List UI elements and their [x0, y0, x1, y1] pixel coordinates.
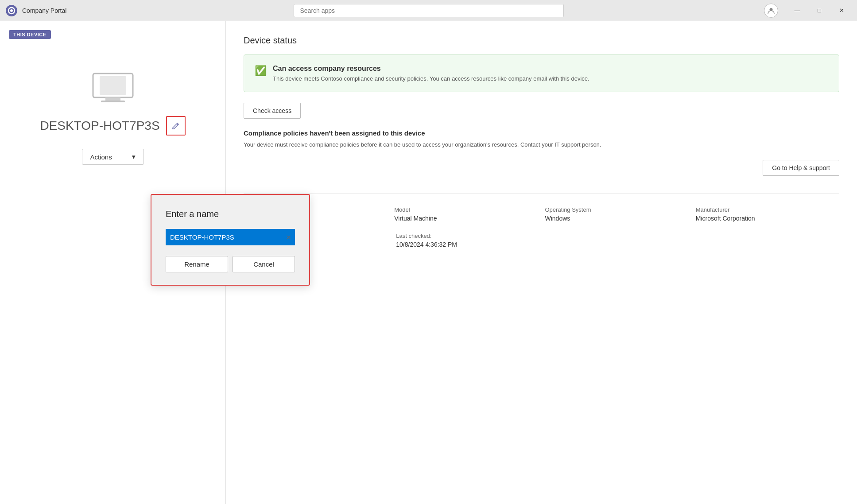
svg-rect-6 — [105, 97, 120, 101]
device-details-grid: Original Name DESKTOP-HOT7P3S Model Virt… — [244, 206, 839, 222]
model-label: Model — [394, 206, 538, 213]
compliance-desc: Your device must receive compliance poli… — [244, 140, 839, 149]
app-title: Company Portal — [22, 7, 66, 14]
os-label: Operating System — [545, 206, 689, 213]
os-value: Windows — [545, 215, 689, 222]
device-status-title: Device status — [244, 35, 839, 46]
this-device-badge: THIS DEVICE — [9, 30, 51, 39]
rename-dialog: Enter a name ✕ Rename Cancel — [151, 194, 310, 286]
titlebar-controls: — □ ✕ — [764, 4, 852, 18]
model-value: Virtual Machine — [394, 215, 538, 222]
close-button[interactable]: ✕ — [831, 4, 852, 18]
last-checked-label: Last checked: — [396, 233, 541, 239]
device-icon — [89, 70, 137, 107]
search-input[interactable] — [294, 4, 564, 17]
user-icon — [767, 7, 775, 15]
status-card-desc: This device meets Contoso compliance and… — [273, 75, 589, 82]
status-check-icon: ✅ — [255, 65, 267, 77]
manufacturer-detail: Manufacturer Microsoft Corporation — [696, 206, 839, 222]
cancel-button[interactable]: Cancel — [233, 256, 295, 272]
model-detail: Model Virtual Machine — [394, 206, 538, 222]
chevron-down-icon: ▾ — [132, 153, 136, 161]
last-checked-detail: Last checked: 10/8/2024 4:36:32 PM — [396, 233, 541, 248]
manufacturer-label: Manufacturer — [696, 206, 839, 213]
status-card-content: Can access company resources This device… — [273, 65, 589, 82]
rename-dialog-overlay: Enter a name ✕ Rename Cancel — [151, 194, 310, 286]
check-access-button[interactable]: Check access — [244, 103, 301, 119]
titlebar: Company Portal — □ ✕ — [0, 0, 857, 21]
device-name-row: DESKTOP-HOT7P3S — [40, 116, 185, 136]
help-support-button[interactable]: Go to Help & support — [763, 160, 839, 176]
edit-icon — [171, 121, 180, 130]
dialog-actions: Rename Cancel — [166, 256, 295, 272]
manufacturer-value: Microsoft Corporation — [696, 215, 839, 222]
rename-button[interactable] — [166, 116, 186, 136]
minimize-button[interactable]: — — [787, 4, 807, 18]
svg-point-2 — [10, 9, 13, 12]
svg-rect-5 — [100, 76, 126, 95]
search-bar[interactable] — [294, 4, 564, 17]
user-account-button[interactable] — [764, 4, 778, 18]
actions-label: Actions — [90, 153, 112, 161]
divider — [244, 194, 839, 194]
dialog-input-wrapper: ✕ — [166, 229, 295, 245]
right-panel: Device status ✅ Can access company resou… — [226, 21, 857, 504]
actions-dropdown[interactable]: Actions ▾ — [82, 149, 144, 165]
device-details-row2: Ownership Corporate Last checked: 10/8/2… — [244, 233, 839, 248]
status-card-title: Can access company resources — [273, 65, 589, 73]
maximize-button[interactable]: □ — [809, 4, 830, 18]
svg-rect-7 — [101, 101, 125, 102]
app-logo — [5, 4, 18, 17]
left-panel: THIS DEVICE DESKTOP-HOT7P3S Actions ▾ — [0, 21, 226, 504]
status-card: ✅ Can access company resources This devi… — [244, 54, 839, 92]
device-name-text: DESKTOP-HOT7P3S — [40, 119, 159, 133]
device-name-input[interactable] — [166, 229, 295, 245]
os-detail: Operating System Windows — [545, 206, 689, 222]
rename-confirm-button[interactable]: Rename — [166, 256, 228, 272]
compliance-title: Compliance policies haven't been assigne… — [244, 129, 839, 137]
clear-input-button[interactable]: ✕ — [286, 234, 291, 241]
main-container: THIS DEVICE DESKTOP-HOT7P3S Actions ▾ — [0, 21, 857, 504]
last-checked-value: 10/8/2024 4:36:32 PM — [396, 241, 541, 248]
dialog-title: Enter a name — [166, 209, 295, 219]
